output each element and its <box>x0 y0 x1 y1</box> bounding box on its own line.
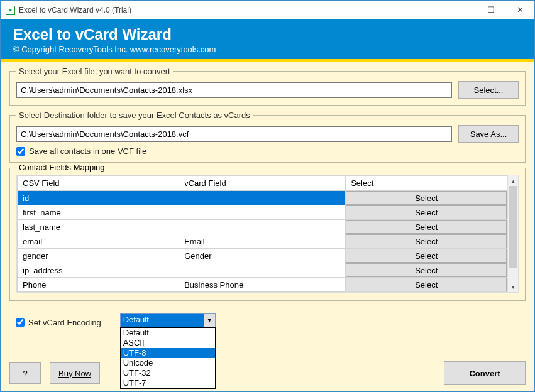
vcard-cell <box>179 220 346 234</box>
single-vcf-text: Save all contacts in one VCF file <box>29 146 146 156</box>
csv-cell: last_name <box>18 220 179 234</box>
encoding-dropdown[interactable]: DefaultASCIIUTF-8UnicodeUTF-32UTF-7 <box>120 327 216 389</box>
th-select[interactable]: Select <box>346 176 507 191</box>
window-title: Excel to vCard Wizard v4.0 (Trial) <box>19 6 448 14</box>
select-row-button[interactable]: Select <box>346 263 507 277</box>
select-row-button[interactable]: Select <box>346 205 507 219</box>
mapping-table: CSV Field vCard Field Select idSelectfir… <box>17 175 507 292</box>
app-header: Excel to vCard Wizard © Copyright Recove… <box>1 19 534 59</box>
vcard-cell: Gender <box>179 249 346 263</box>
encoding-combo[interactable]: Default ▼ DefaultASCIIUTF-8UnicodeUTF-32… <box>120 313 216 327</box>
select-cell: Select <box>346 191 507 205</box>
scroll-thumb[interactable] <box>509 186 517 268</box>
vcard-cell <box>179 191 346 205</box>
buy-now-button[interactable]: Buy Now <box>50 362 100 384</box>
app-title: Excel to vCard Wizard <box>13 26 522 43</box>
source-legend: Select your Excel file, you want to conv… <box>16 67 173 76</box>
table-row[interactable]: PhoneBusiness PhoneSelect <box>18 278 507 292</box>
select-row-button[interactable]: Select <box>346 249 507 263</box>
vcard-cell: Business Phone <box>179 278 346 292</box>
encoding-checkbox[interactable] <box>16 318 25 327</box>
select-cell: Select <box>346 278 507 292</box>
table-row[interactable]: last_nameSelect <box>18 220 507 234</box>
select-source-button[interactable]: Select... <box>458 81 519 99</box>
encoding-checkbox-label[interactable]: Set vCard Encoding <box>16 318 101 327</box>
scroll-down-icon[interactable]: ▾ <box>508 281 518 292</box>
encoding-label-text: Set vCard Encoding <box>28 318 101 327</box>
mapping-legend: Contact Fields Mapping <box>16 163 108 172</box>
encoding-option[interactable]: UTF-32 <box>121 368 215 378</box>
dest-path-input[interactable] <box>16 126 452 142</box>
csv-cell: gender <box>18 249 179 263</box>
csv-cell: ip_address <box>18 263 179 278</box>
source-path-input[interactable] <box>16 82 452 98</box>
maximize-button[interactable]: ☐ <box>477 1 505 19</box>
table-row[interactable]: emailEmailSelect <box>18 234 507 249</box>
single-vcf-checkbox[interactable] <box>16 147 25 156</box>
vcard-cell <box>179 263 346 278</box>
select-cell: Select <box>346 205 507 220</box>
select-cell: Select <box>346 234 507 249</box>
encoding-option[interactable]: UTF-7 <box>121 378 215 388</box>
th-vcard[interactable]: vCard Field <box>179 176 346 191</box>
convert-button[interactable]: Convert <box>444 361 526 385</box>
csv-cell: first_name <box>18 205 179 220</box>
table-row[interactable]: ip_addressSelect <box>18 263 507 278</box>
table-row[interactable]: genderGenderSelect <box>18 249 507 263</box>
mapping-group: Contact Fields Mapping CSV Field vCard F… <box>9 168 526 301</box>
encoding-option[interactable]: ASCII <box>121 338 215 348</box>
chevron-down-icon[interactable]: ▼ <box>204 314 215 327</box>
vcard-cell <box>179 205 346 220</box>
mapping-scrollbar[interactable]: ▴ ▾ <box>507 175 518 292</box>
vcard-cell: Email <box>179 234 346 249</box>
encoding-option[interactable]: UTF-8 <box>121 348 215 358</box>
minimize-button[interactable]: — <box>448 1 477 19</box>
main-panel: Select your Excel file, you want to conv… <box>1 62 534 392</box>
save-as-button[interactable]: Save As... <box>458 125 519 143</box>
encoding-option[interactable]: Default <box>121 328 215 338</box>
close-button[interactable]: ✕ <box>505 1 534 19</box>
dest-group: Select Destination folder to save your E… <box>9 111 526 163</box>
select-cell: Select <box>346 249 507 263</box>
table-row[interactable]: first_nameSelect <box>18 205 507 220</box>
help-button[interactable]: ? <box>9 362 41 384</box>
csv-cell: id <box>18 191 179 205</box>
select-row-button[interactable]: Select <box>346 278 507 291</box>
csv-cell: email <box>18 234 179 249</box>
select-cell: Select <box>346 263 507 278</box>
table-row[interactable]: idSelect <box>18 191 507 205</box>
titlebar: ● Excel to vCard Wizard v4.0 (Trial) — ☐… <box>1 1 534 19</box>
csv-cell: Phone <box>18 278 179 292</box>
app-icon: ● <box>6 6 15 15</box>
source-group: Select your Excel file, you want to conv… <box>9 67 526 106</box>
encoding-selected[interactable]: Default <box>121 314 204 327</box>
scroll-up-icon[interactable]: ▴ <box>508 175 518 186</box>
footer-bar: ? Buy Now Convert <box>9 361 526 385</box>
select-row-button[interactable]: Select <box>346 191 507 205</box>
th-csv[interactable]: CSV Field <box>18 176 179 191</box>
select-row-button[interactable]: Select <box>346 220 507 234</box>
copyright: © Copyright RecoveryTools Inc. www.recov… <box>13 45 522 54</box>
encoding-option[interactable]: Unicode <box>121 358 215 368</box>
dest-legend: Select Destination folder to save your E… <box>16 111 253 120</box>
select-row-button[interactable]: Select <box>346 234 507 248</box>
single-vcf-checkbox-label[interactable]: Save all contacts in one VCF file <box>16 146 519 156</box>
select-cell: Select <box>346 220 507 234</box>
